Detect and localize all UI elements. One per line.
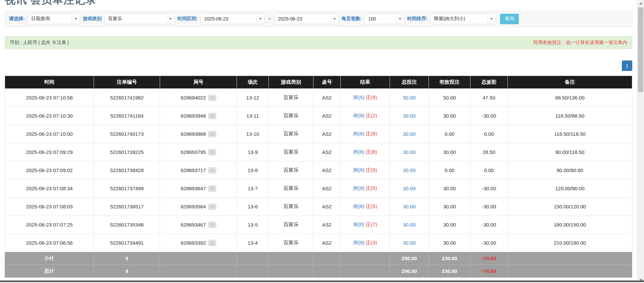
cell-result: 闲(8) 庄(2) — [341, 107, 390, 125]
round-result-cards-icon[interactable] — [208, 149, 216, 155]
scroll-up-arrow-icon[interactable] — [637, 0, 644, 6]
chevron-down-icon[interactable] — [166, 14, 175, 24]
cell-game-type: 百家乐 — [269, 107, 313, 125]
cell-payout: 28.50 — [470, 143, 508, 161]
cell-session: 13-5 — [237, 216, 269, 234]
cell-valid-bet: 30.00 — [429, 216, 470, 234]
cell-payout: -30.00 — [470, 179, 508, 198]
footer-total-bet: 290.00 — [390, 252, 429, 265]
round-cell: 628693647 — [181, 186, 216, 192]
cell-table-no: AS2 — [313, 125, 341, 143]
round-result-cards-icon[interactable] — [208, 240, 216, 246]
page-size-select[interactable]: 100 — [364, 14, 404, 24]
column-header: 时间 — [5, 76, 94, 89]
cell-session: 13-8 — [237, 161, 269, 179]
player-result: 闲(9) — [353, 167, 364, 173]
date-from-value: 2025-06-23 — [201, 16, 256, 22]
time-sort-select[interactable]: 降冪(由大到小) — [430, 14, 496, 24]
chevron-down-icon[interactable] — [256, 14, 264, 24]
chevron-down-icon[interactable] — [330, 14, 339, 24]
footer-empty-cell — [269, 252, 313, 265]
round-result-cards-icon[interactable] — [208, 131, 216, 137]
valid-bet-notice: 同局有效投注，统一计算在该局第一张注单内 — [533, 40, 627, 46]
game-type-select[interactable]: 百家乐 — [104, 14, 175, 24]
banker-result: 庄(9) — [366, 167, 377, 173]
cell-round: 628693717 — [160, 161, 237, 179]
time-sort-value: 降冪(由大到小) — [431, 16, 487, 22]
total-bet-link[interactable]: 30.00 — [403, 222, 416, 228]
footer-payout: -74.00 — [470, 252, 508, 265]
scrollbar-thumb[interactable] — [638, 7, 643, 92]
cell-round: 628693392 — [160, 234, 237, 252]
round-result-cards-icon[interactable] — [208, 95, 216, 101]
round-result-cards-icon[interactable] — [208, 204, 216, 210]
banker-result: 庄(5) — [366, 203, 377, 209]
round-result-cards-icon[interactable] — [208, 113, 216, 119]
total-bet-link[interactable]: 30.00 — [403, 186, 416, 191]
pagination: 1 — [5, 60, 632, 71]
player-result: 闲(9) — [353, 240, 364, 245]
date-type-select[interactable]: 日期查询 — [28, 14, 80, 24]
cell-payout: -30.00 — [470, 234, 508, 252]
cell-result: 闲(9) 庄(3) — [341, 234, 390, 252]
date-to-select[interactable]: 2025-06-23 — [275, 14, 339, 24]
cell-bet-id: 522601741982 — [94, 89, 160, 107]
cell-result: 闲(8) 庄(5) — [341, 198, 390, 216]
total-bet-link[interactable]: 30.00 — [403, 204, 416, 209]
footer-payout: -74.00 — [470, 265, 508, 278]
chevron-down-icon[interactable] — [487, 14, 496, 24]
search-button[interactable]: 查询 — [500, 14, 519, 24]
chevron-down-icon[interactable] — [396, 14, 404, 24]
filter-bar: 请选择: 日期查询 游戏类别 百家乐 时间区间: 2025-06-23 ~ 20… — [5, 11, 632, 27]
cell-total-bet: 30.00 — [390, 143, 429, 161]
cell-game-type: 百家乐 — [269, 143, 313, 161]
footer-label: 总计 — [5, 265, 94, 278]
date-type-value: 日期查询 — [28, 16, 71, 22]
banker-result: 庄(5) — [366, 185, 377, 191]
cell-round: 628693467 — [160, 216, 237, 234]
chevron-down-icon[interactable] — [71, 14, 80, 24]
page-title-clipped: 视讯 会员单注记录 — [5, 0, 632, 6]
round-result-cards-icon[interactable] — [208, 222, 216, 228]
cell-bet-id: 522601736517 — [94, 198, 160, 216]
footer-empty-cell — [160, 252, 237, 265]
total-bet-link[interactable]: 30.00 — [403, 113, 416, 119]
total-bet-link[interactable]: 30.00 — [403, 167, 416, 173]
round-result-cards-icon[interactable] — [208, 186, 216, 192]
banker-result: 庄(8) — [366, 131, 377, 136]
round-number: 628694022 — [181, 95, 206, 100]
footer-empty-cell — [237, 252, 269, 265]
cell-valid-bet: 30.00 — [429, 198, 470, 216]
cell-total-bet: 30.00 — [390, 107, 429, 125]
total-bet-link[interactable]: 30.00 — [403, 149, 416, 155]
cell-total-bet: 30.00 — [390, 216, 429, 234]
table-body: 2025-06-23 07:10:58522601741982628694022… — [5, 89, 632, 252]
cell-bet-id: 522601738428 — [94, 161, 160, 179]
bet-records-table: 时间注单编号局号场次游戏类别桌号结果总投注有效投注总派彩备注 2025-06-2… — [5, 76, 632, 278]
date-to-value: 2025-06-23 — [275, 16, 330, 22]
summary-bar: 币别 : 人民币 | 总共 :9 注单 | 同局有效投注，统一计算在该局第一张注… — [5, 36, 632, 49]
footer-empty-cell — [269, 265, 313, 278]
page-number-button[interactable]: 1 — [622, 60, 632, 71]
column-header: 局号 — [160, 76, 237, 89]
cell-time: 2025-06-23 07:09:02 — [5, 161, 94, 179]
date-from-select[interactable]: 2025-06-23 — [200, 14, 265, 24]
footer-empty-cell — [508, 252, 632, 265]
round-cell: 628693467 — [181, 222, 216, 228]
round-result-cards-icon[interactable] — [208, 167, 216, 173]
round-cell: 628693717 — [181, 167, 216, 173]
footer-count: 9 — [94, 265, 160, 278]
round-number: 628693392 — [181, 240, 206, 246]
round-number: 628693717 — [181, 167, 206, 173]
total-bet-link[interactable]: 50.00 — [403, 95, 416, 100]
footer-empty-cell — [313, 252, 341, 265]
column-header: 场次 — [237, 76, 269, 89]
cell-note: 180.00/150.00 — [508, 216, 632, 234]
total-bet-link[interactable]: 30.00 — [403, 131, 416, 137]
total-bet-link[interactable]: 30.00 — [403, 240, 416, 246]
cell-valid-bet: 30.00 — [429, 143, 470, 161]
cell-session: 13-4 — [237, 234, 269, 252]
round-cell: 628693868 — [181, 131, 216, 137]
column-header: 桌号 — [313, 76, 341, 89]
vertical-scrollbar[interactable] — [637, 0, 644, 283]
